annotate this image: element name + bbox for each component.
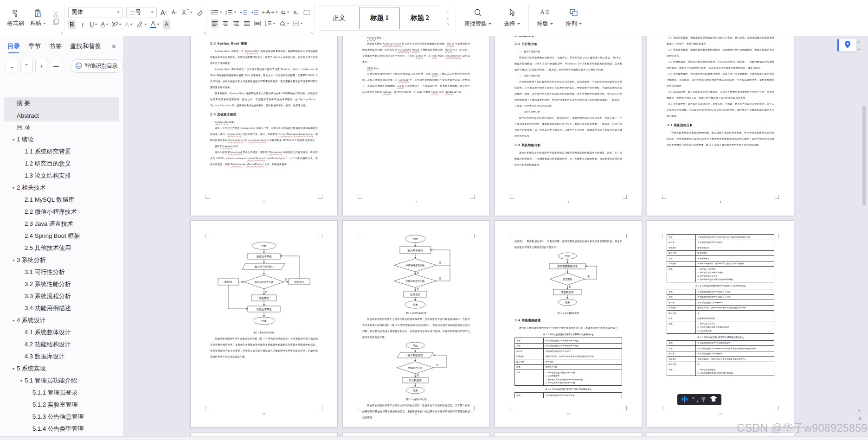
character-shading-icon[interactable]: A — [163, 20, 170, 29]
toc-item[interactable]: 1.1 系统研究背景 — [4, 146, 119, 158]
decrease-indent-icon[interactable] — [240, 8, 248, 17]
sort-icon[interactable]: A↓ — [293, 8, 300, 17]
font-color-icon[interactable]: A — [150, 20, 160, 29]
toc-item[interactable]: 5.1.2 实验室管理 — [4, 399, 119, 411]
toc-zoom-in-button[interactable]: ＋ — [35, 60, 48, 72]
align-right-icon[interactable] — [232, 19, 240, 28]
locate-pin-widget[interactable] — [839, 39, 856, 51]
arrange-button[interactable]: 排列 — [561, 8, 586, 28]
toc-item[interactable]: 2.3 Java 语言技术 — [4, 218, 119, 230]
tab-bookmarks[interactable]: 书签 — [49, 42, 62, 53]
toc-item[interactable]: ▼3 系统分析 — [4, 254, 119, 266]
underline-icon[interactable]: U — [90, 20, 97, 29]
find-replace-button[interactable]: 查找替换 — [460, 8, 496, 28]
document-page[interactable]: （1）系统容积规度：明确系统进行数据处理方法的大小变化。换句话说，假如系统建文模… — [647, 36, 794, 216]
ime-language-icon[interactable]: 中 — [682, 395, 688, 404]
toc-item[interactable]: ▼2 相关技术 — [4, 182, 119, 194]
phonetic-guide-icon[interactable]: 文ˇ — [181, 8, 193, 17]
format-painter-button[interactable]: 格式刷 — [6, 8, 25, 28]
shading-icon[interactable] — [279, 19, 289, 28]
smart-recognize-toc-button[interactable]: 智能识别目录 — [70, 59, 123, 73]
ime-punctuation-mode[interactable]: °，半 — [692, 396, 706, 404]
numbered-list-icon[interactable]: 123 — [225, 8, 237, 17]
toc-item[interactable]: 1.3 论文结构安排 — [4, 170, 119, 182]
toc-collapse-triangle-icon[interactable]: ▼ — [10, 367, 17, 370]
paragraph-dialog-launcher[interactable]: ↘ — [310, 31, 314, 35]
ime-toolbar[interactable]: 中 °，半 — [677, 394, 721, 405]
font-dialog-launcher[interactable]: ↘ — [203, 31, 206, 35]
toc-item[interactable]: 1.2 研究目的意义 — [4, 158, 119, 170]
style-scroll-down-icon[interactable]: ⌄ — [446, 16, 450, 20]
justify-icon[interactable] — [243, 19, 251, 28]
toc-item[interactable]: 4.1 系统整体设计 — [4, 326, 119, 338]
superscript-icon[interactable]: X² — [112, 20, 122, 29]
ruler-toggle-icon[interactable]: ▾̤ — [858, 40, 860, 44]
distribute-icon[interactable] — [254, 19, 261, 28]
toc-item[interactable]: 5.1.1 管理员登录 — [4, 387, 119, 399]
font-name-select[interactable]: 黑体 — [68, 7, 123, 18]
toc-item[interactable]: ▼1 绪论 — [4, 134, 119, 146]
increase-font-icon[interactable]: A+ — [160, 8, 167, 17]
toc-item[interactable]: ▼5.1 管理员功能介绍 — [4, 375, 119, 387]
bold-icon[interactable]: B — [68, 20, 76, 29]
scroll-up-icon[interactable]: ▴ — [858, 47, 860, 51]
toc-collapse-triangle-icon[interactable]: ▼ — [10, 259, 17, 262]
style-scroll-up-icon[interactable]: ⌃ — [446, 12, 450, 15]
paste-button[interactable]: 粘贴 — [29, 8, 47, 28]
sidebar-close-icon[interactable]: ✕ — [111, 43, 116, 53]
toc-item[interactable]: 3.2 系统性能分析 — [4, 278, 119, 290]
character-border-icon[interactable]: A — [125, 20, 133, 29]
style-more-icon[interactable]: ⌄̱ — [446, 21, 450, 25]
toc-item[interactable]: 4.2 功能结构设计 — [4, 338, 119, 351]
toc-collapse-triangle-icon[interactable]: ▼ — [18, 379, 25, 383]
copy-icon[interactable] — [51, 18, 60, 25]
toc-collapse-button[interactable]: ⌃ — [20, 60, 33, 72]
toc-item[interactable]: 2.4 Spring Boot 框架 — [4, 230, 119, 242]
style-heading1[interactable]: 标题 1 — [359, 7, 400, 29]
toc-item[interactable]: 3.3 系统流程分析 — [4, 290, 119, 302]
select-button[interactable]: 选择 — [500, 8, 525, 28]
decrease-font-icon[interactable]: A− — [171, 8, 178, 17]
clear-format-icon[interactable] — [196, 8, 203, 17]
borders-icon[interactable] — [293, 19, 303, 28]
paste-dropdown-caret[interactable] — [43, 23, 46, 24]
italic-icon[interactable]: I — [79, 20, 86, 29]
highlight-color-icon[interactable] — [136, 20, 147, 29]
scroll-down-icon[interactable]: ▾ — [858, 409, 860, 413]
toc-item[interactable]: 5.1.4 公告类型管理 — [4, 423, 119, 435]
previous-page-icon[interactable]: ≛ — [858, 417, 862, 421]
toc-item[interactable]: 3.4 功能用例描述 — [4, 302, 119, 314]
toc-collapse-triangle-icon[interactable]: ▼ — [10, 138, 17, 141]
line-spacing-icon[interactable] — [264, 19, 276, 28]
document-page[interactable]: Alibaba 驱动。比如各大网站 Alibaba Druid 是 JAVA 语… — [342, 36, 490, 216]
document-page[interactable]: 2.4 Spring Boot 框架Spring Boot 框架是一个 Spri… — [190, 36, 338, 216]
toc-zoom-out-button[interactable]: — — [50, 60, 62, 72]
toc-item[interactable]: 3.1 可行性分析 — [4, 266, 119, 278]
tab-find-replace[interactable]: 查找和替换 — [70, 42, 102, 53]
toc-item[interactable]: Abstract — [4, 109, 119, 121]
toc-item[interactable]: ▼5 系统实现 — [4, 363, 119, 375]
document-canvas[interactable]: ▾̤ ▴ ▾ ≛ ▫ 中 °，半 CSDN @华子w908925859 2.4 … — [123, 36, 868, 440]
font-size-select[interactable]: 三号 — [126, 7, 157, 18]
ime-skin-icon[interactable] — [710, 395, 717, 404]
convert-text-icon[interactable]: ⇆ — [281, 8, 289, 17]
style-normal[interactable]: 正文 — [319, 8, 359, 28]
show-marks-icon[interactable] — [303, 8, 311, 17]
toc-item[interactable]: 2.2 微信小程序技术 — [4, 206, 119, 218]
character-scaling-icon[interactable]: ⇠A⇢ — [262, 8, 278, 17]
document-page[interactable]: 开始 系统登录界面 输入用户名密码 验证信息是否正确 数据库 信息提示否 是 功… — [190, 220, 338, 427]
align-center-icon[interactable] — [222, 19, 229, 28]
style-heading2[interactable]: 标题 2 — [400, 8, 440, 28]
document-page[interactable]: 开始 输入账号密码 判断账号是否正确是 判断密码是否正确是 否 否 登录成功 结… — [342, 220, 490, 427]
toc-item[interactable]: 摘 要 — [4, 97, 119, 109]
toc-item[interactable]: 目 录 — [4, 121, 119, 134]
toc-item[interactable]: 4.3 数据库设计 — [4, 351, 119, 363]
bullet-list-icon[interactable] — [211, 8, 222, 17]
tab-chapters[interactable]: 章节 — [28, 42, 41, 53]
vertical-scrollbar-thumb[interactable] — [862, 106, 866, 205]
toc-collapse-triangle-icon[interactable]: ▼ — [10, 186, 17, 190]
cut-icon[interactable] — [51, 11, 60, 18]
toc-expand-button[interactable]: ⌄ — [6, 60, 18, 72]
toc-item[interactable]: 2.5 其他技术使用 — [4, 242, 119, 254]
toc-item[interactable]: ▼4 系统设计 — [4, 314, 119, 326]
